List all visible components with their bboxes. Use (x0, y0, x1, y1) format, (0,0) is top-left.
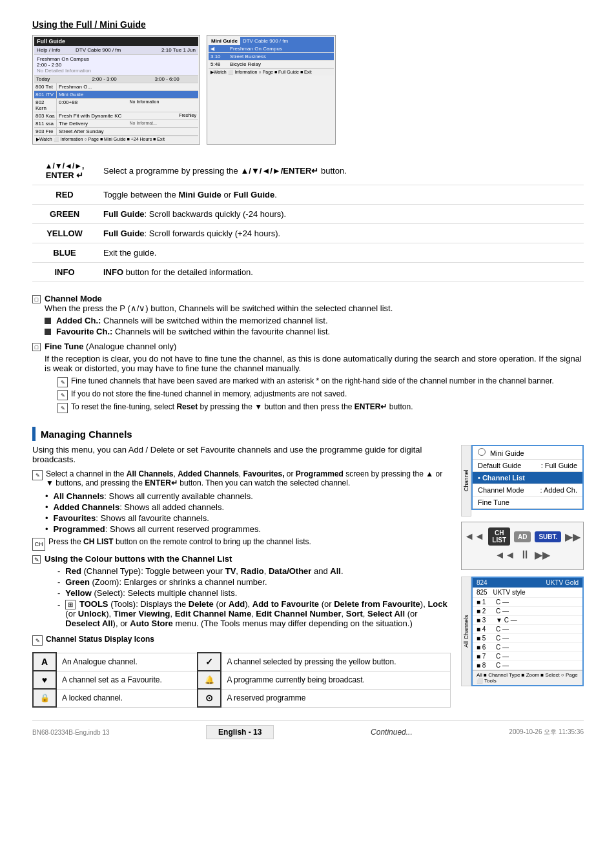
managing-intro: Using this menu, you can Add / Delete or… (32, 445, 451, 464)
mini-guide-label: Mini Guide (209, 37, 240, 45)
playback-row: ◄◄ ⏸ ▶▶ (467, 548, 578, 562)
ad-btn[interactable]: AD (514, 531, 531, 542)
ch-num-6: ■ 6 (477, 644, 496, 651)
fav-ch-item: Favourite Ch.: Channels will be switched… (45, 327, 393, 336)
mini-row-2: 5:48Bicycle Relay (209, 61, 334, 68)
channel-list-box: 824 UKTV Gold 825 UKTV style ■ 1 C — ■ 2… (471, 577, 584, 686)
fine-tune-note-1: ✎ Fine tuned channels that have been sav… (57, 376, 584, 387)
guide-info-ch: Help / Info (37, 47, 76, 53)
status-icon-a: A (33, 653, 56, 671)
channel-mode-checkbox: □ (32, 295, 41, 303)
guide-info-prog: DTV Cable 900 / fm (76, 47, 161, 53)
side-label-channel: Channel (461, 445, 471, 517)
note-icon-m1: ✎ (32, 470, 43, 480)
managing-channels-section: Managing Channels Using this menu, you c… (32, 427, 584, 708)
subt-btn[interactable]: SUBT. (535, 531, 561, 542)
ch-row-6: ■ 6 C — (473, 643, 582, 652)
mini-guide-footer: ▶Watch ⬜ Information ○ Page ■ Full Guide… (209, 68, 334, 76)
note-icon-m2: CH (32, 538, 45, 551)
key-row-blue: BLUE Exit the guide. (32, 243, 584, 263)
key-row-info: INFO INFO button for the detailed inform… (32, 263, 584, 282)
guide-row-0: 800 TntFreshman O... (34, 83, 198, 91)
remote-box: ◄◄ CH LIST AD SUBT. ▶▶ ◄◄ ⏸ ▶▶ (461, 522, 584, 570)
status-icon-fav: ♥ (33, 671, 56, 689)
forward-icon: ▶▶ (565, 531, 580, 543)
key-desc-red: Toggle between the Mini Guide or Full Gu… (97, 185, 584, 205)
mini-guide-prog: DTV Cable 900 / fm (240, 37, 334, 45)
ch-header: 824 UKTV Gold (473, 578, 582, 588)
status-desc-lock: A locked channel. (56, 689, 198, 707)
doc-id: BN68-02334B-Eng.indb 13 (32, 729, 110, 736)
ch-row-1: ■ 1 C — (473, 598, 582, 607)
key-desc-blue: Exit the guide. (97, 243, 584, 263)
ch-val-7: C — (496, 653, 579, 660)
key-label-yellow: YELLOW (32, 224, 97, 243)
managing-title: Managing Channels (32, 427, 584, 441)
side-panel: Channel Mini Guide Default Guide: Full G… (461, 445, 584, 708)
colour-checkbox: ✎ (32, 555, 41, 564)
ch-num-7: ■ 7 (477, 653, 496, 660)
channel-menu-wrapper: Channel Mini Guide Default Guide: Full G… (461, 445, 584, 517)
key-label-blue: BLUE (32, 243, 97, 263)
guide-sub2: 2:00 - 2:30 (37, 62, 196, 68)
ch-val-4: C — (496, 626, 579, 633)
fine-tune-checkbox: □ (32, 343, 41, 351)
bullet-fav: • Favourites: Shows all favourite channe… (45, 513, 451, 523)
menu-item-channel-list: • Channel List (473, 472, 582, 484)
colour-title: Using the Colour buttons with the Channe… (45, 554, 232, 564)
key-row-green: GREEN Full Guide: Scroll backwards quick… (32, 205, 584, 224)
guide-row-1: 801 ITVMini Guide (34, 91, 198, 99)
colour-green: - Green (Zoom): Enlarges or shrinks a ch… (57, 577, 451, 587)
key-row-red: RED Toggle between the Mini Guide or Ful… (32, 185, 584, 205)
channel-menu: Mini Guide Default Guide: Full Guide • C… (471, 445, 584, 510)
status-icon-lock: 🔒 (33, 689, 56, 707)
ch-val-2: C — (496, 608, 579, 615)
mini-row-0: ◀Freshman On Campus (209, 45, 334, 53)
key-desc-green: Full Guide: Scroll backwards quickly (-2… (97, 205, 584, 224)
managing-note1: ✎ Select a channel in the All Channels, … (32, 469, 451, 487)
fine-tune-section: □ Fine Tune (Analogue channel only) If t… (32, 342, 584, 415)
ch-row-7: ■ 7 C — (473, 652, 582, 661)
guide-row-5: 903 FreStreet After Sunday (34, 128, 198, 136)
side-label-all-channels: All Channels (461, 577, 471, 686)
ch-num-4: ■ 4 (477, 626, 496, 633)
colour-red: - Red (Channel Type): Toggle between you… (57, 566, 451, 576)
bullet-icon (45, 318, 51, 324)
page-footer: BN68-02334B-Eng.indb 13 English - 13 Con… (32, 721, 584, 739)
managing-note2: CH Press the CH LIST button on the remot… (32, 537, 451, 551)
ch-val-5: C — (496, 635, 579, 642)
status-desc-check: A channel selected by pressing the yello… (221, 653, 450, 671)
full-guide-footer: ▶Watch ⬜ Information ○ Page ■ Mini Guide… (34, 136, 198, 143)
ch-list-btn[interactable]: CH LIST (488, 527, 510, 546)
ch-num-3: ■ 3 (477, 617, 496, 624)
channel-mode-title: Channel Mode (45, 294, 102, 303)
fine-tune-desc: If the reception is clear, you do not ha… (45, 354, 582, 373)
ch-824: 824 (477, 579, 488, 586)
page-number: English - 13 (206, 725, 274, 739)
added-ch-item: Added Ch.: Channels will be switched wit… (45, 316, 393, 325)
ch-val-3: ▼ C — (496, 617, 579, 624)
status-icon-check: ✓ (198, 653, 221, 671)
pause-icon: ⏸ (519, 548, 531, 562)
key-label-info: INFO (32, 263, 97, 282)
status-row-1: A An Analogue channel. ✓ A channel selec… (33, 653, 451, 671)
guide-today: Today (34, 76, 73, 83)
guide-row-4: 811 ssaThe DeliveryNo Informat... (34, 120, 198, 128)
bullet-added-ch: • Added Channels: Shows all added channe… (45, 502, 451, 512)
fine-tune-subtitle: (Analogue channel only) (86, 342, 176, 351)
fine-tune-note-2: ✎ If you do not store the fine-tuned cha… (57, 389, 584, 400)
managing-main: Using this menu, you can Add / Delete or… (32, 445, 451, 708)
ch-name-style: UKTV style (493, 589, 525, 596)
channel-mode-desc: When the press the P (∧/∨) button, Chann… (45, 303, 393, 313)
fine-tune-title: Fine Tune (45, 342, 83, 351)
prev-icon: ◄◄ (495, 549, 515, 561)
ch-num-8: ■ 8 (477, 662, 496, 669)
colour-tools: - ⊞ TOOLS (Tools): Displays the Delete (… (57, 599, 451, 628)
full-guide-header: Full Guide (34, 37, 198, 46)
channel-mode-section: □ Channel Mode When the press the P (∧/∨… (32, 294, 584, 336)
ch-825-row: 825 UKTV style (473, 588, 582, 598)
menu-item-fine-tune: Fine Tune (473, 496, 582, 509)
remote-row: ◄◄ CH LIST AD SUBT. ▶▶ (467, 527, 578, 546)
key-label-green: GREEN (32, 205, 97, 224)
circle-icon (478, 448, 486, 456)
